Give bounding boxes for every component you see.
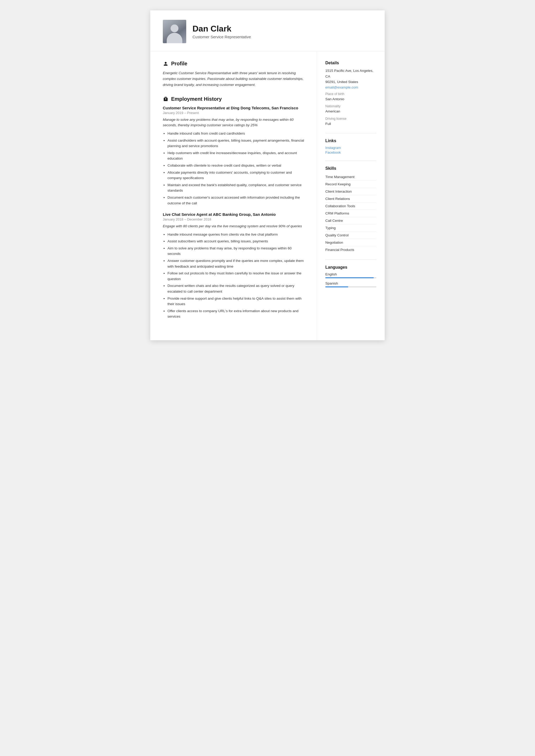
language-name: Spanish [325,282,376,285]
divider-1 [325,133,376,133]
list-item: Aim to solve any problems that may arise… [167,246,304,257]
list-item: Collaborate with clientele to resolve cr… [167,163,304,169]
job-title: Live Chat Service Agent at ABC Banking G… [163,212,304,217]
list-item: Follow set out protocols to they must li… [167,270,304,282]
employment-icon [163,96,169,102]
driving-license-value: Full [325,121,376,127]
language-bar-fill [325,286,348,287]
languages-container: EnglishSpanish [325,272,376,287]
skill-item: Quality Control [325,232,376,239]
employment-section: Employment History Customer Service Repr… [163,96,304,319]
skill-item: Client Interaction [325,188,376,195]
link-item[interactable]: Instagram [325,146,376,150]
language-bar-background [325,277,376,278]
divider-2 [325,161,376,161]
place-of-birth-value: San Antonio [325,96,376,102]
employment-title: Employment History [163,96,304,102]
job-bullets: Handle inbound calls from credit card ca… [163,131,304,206]
main-content: Profile Energetic Customer Service Repre… [150,51,317,340]
list-item: Document each customer's account accesse… [167,195,304,206]
skill-item: CRM Platforms [325,210,376,217]
header-info: Dan Clark Customer Service Representativ… [192,24,251,39]
list-item: Help customers with credit line increase… [167,150,304,161]
language-bar-background [325,286,376,287]
list-item: Answer customer questions promptly and i… [167,258,304,269]
links-section: Links InstagramFacebook [325,139,376,154]
language-bar-fill [325,277,374,278]
details-section: Details 1515 Pacific Ave, Los Angeles, C… [325,61,376,127]
language-item: Spanish [325,282,376,287]
skills-section: Skills Time ManagementRecord KeepingClie… [325,166,376,253]
address-line2: 90291, United States [325,79,376,85]
divider-3 [325,259,376,260]
skill-item: Financial Products [325,246,376,253]
job-summary: Manage to solve any problems that may ar… [163,117,304,128]
skill-item: Typing [325,225,376,232]
job-title: Customer Service Representative at Ding … [163,106,304,110]
job-entry: Customer Service Representative at Ding … [163,106,304,206]
profile-icon [163,61,169,67]
list-item: Assist subscribers with account queries,… [167,238,304,244]
list-item: Offer clients access to company URL's fo… [167,308,304,319]
link-item[interactable]: Facebook [325,150,376,154]
resume-container: Dan Clark Customer Service Representativ… [150,11,385,340]
language-item: English [325,272,376,278]
list-item: Assist cardholders with account queries,… [167,138,304,149]
list-item: Maintain and exceed the bank's establish… [167,182,304,193]
list-item: Provide real-time support and give clien… [167,296,304,307]
job-dates: January 2018 – December 2018 [163,217,304,221]
candidate-subtitle: Customer Service Representative [192,35,251,39]
list-item: Allocate payments directly into customer… [167,170,304,181]
skill-item: Client Relations [325,195,376,202]
list-item: Document written chats and also the resu… [167,283,304,294]
skill-item: Negotiation [325,239,376,246]
skill-item: Record Keeping [325,181,376,188]
driving-license-label: Driving license [325,117,376,121]
sidebar: Details 1515 Pacific Ave, Los Angeles, C… [317,51,385,340]
skill-item: Time Management [325,174,376,181]
email-link[interactable]: email@example.com [325,85,358,89]
profile-text: Energetic Customer Service Representativ… [163,70,304,88]
jobs-container: Customer Service Representative at Ding … [163,106,304,319]
languages-section: Languages EnglishSpanish [325,265,376,287]
candidate-name: Dan Clark [192,24,251,34]
language-name: English [325,272,376,276]
languages-title: Languages [325,265,376,270]
list-item: Handle inbound calls from credit card ca… [167,131,304,136]
links-container: InstagramFacebook [325,146,376,154]
links-title: Links [325,139,376,143]
header-section: Dan Clark Customer Service Representativ… [150,11,385,51]
job-bullets: Handle inbound message queries from clie… [163,232,304,319]
job-summary: Engage with 80 clients per day via the l… [163,223,304,229]
address-line1: 1515 Pacific Ave, Los Angeles, CA [325,68,376,79]
skill-item: Collaboration Tools [325,202,376,210]
skills-title: Skills [325,166,376,171]
job-dates: January 2019 – Present [163,111,304,115]
profile-section: Profile Energetic Customer Service Repre… [163,61,304,88]
list-item: Handle inbound message queries from clie… [167,232,304,237]
profile-title: Profile [163,61,304,67]
details-title: Details [325,61,376,65]
skills-container: Time ManagementRecord KeepingClient Inte… [325,174,376,253]
avatar [163,20,186,43]
job-entry: Live Chat Service Agent at ABC Banking G… [163,212,304,319]
skill-item: Call Centre [325,217,376,225]
place-of-birth-label: Place of birth [325,92,376,96]
nationality-value: American [325,109,376,114]
nationality-label: Nationality [325,104,376,108]
body-section: Profile Energetic Customer Service Repre… [150,51,385,340]
